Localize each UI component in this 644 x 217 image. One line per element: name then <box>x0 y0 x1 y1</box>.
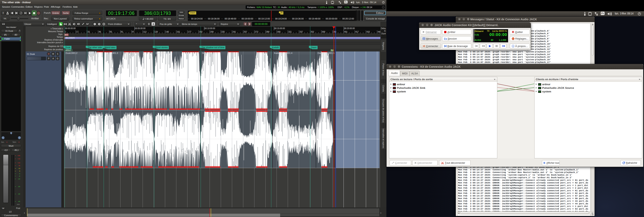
svg-text:65: 65 <box>110 31 112 33</box>
svg-text:257: 257 <box>244 31 247 33</box>
svg-text:417: 417 <box>356 31 359 33</box>
svg-text:1: 1 <box>65 31 66 33</box>
svg-text:161: 161 <box>177 31 180 33</box>
svg-text:33: 33 <box>87 31 90 33</box>
svg-text:337: 337 <box>300 31 303 33</box>
svg-text:81: 81 <box>121 31 123 33</box>
svg-text:17: 17 <box>76 31 79 33</box>
svg-text:113: 113 <box>143 31 146 33</box>
svg-text:241: 241 <box>232 31 236 33</box>
svg-text:289: 289 <box>266 31 270 33</box>
svg-text:209: 209 <box>210 31 214 33</box>
svg-text:129: 129 <box>154 31 158 33</box>
svg-text:177: 177 <box>188 31 192 33</box>
svg-text:145: 145 <box>166 31 169 33</box>
svg-text:97: 97 <box>132 31 134 33</box>
svg-text:305: 305 <box>277 31 280 33</box>
svg-text:369: 369 <box>322 31 325 33</box>
svg-text:225: 225 <box>222 31 225 33</box>
svg-text:401: 401 <box>344 31 348 33</box>
svg-text:353: 353 <box>311 31 314 33</box>
svg-text:273: 273 <box>255 31 258 33</box>
svg-text:321: 321 <box>288 31 292 33</box>
svg-text:49: 49 <box>98 31 101 33</box>
svg-text:433: 433 <box>366 31 370 33</box>
